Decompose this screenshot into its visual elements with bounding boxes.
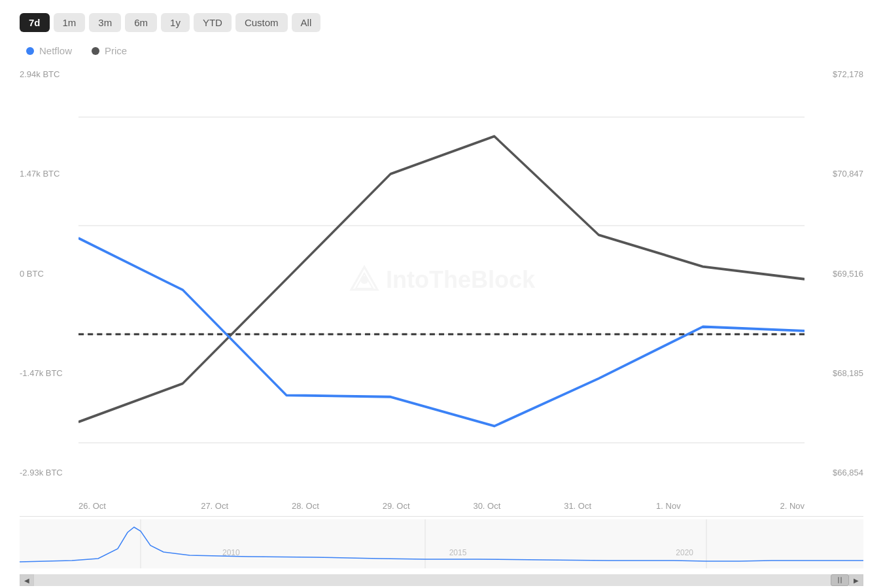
y-left-1: 1.47k BTC xyxy=(20,169,60,179)
netflow-dot xyxy=(26,47,34,55)
legend-price-label: Price xyxy=(105,45,127,56)
y-left-2: 0 BTC xyxy=(20,269,44,279)
scroll-right-button[interactable]: ▶ xyxy=(849,574,863,586)
time-btn-6m[interactable]: 6m xyxy=(125,13,157,32)
x-label-5: 31. Oct xyxy=(532,501,623,511)
scroll-left-button[interactable]: ◀ xyxy=(20,574,34,586)
y-left-4: -2.93k BTC xyxy=(20,468,63,477)
main-chart-area: 2.94k BTC 1.47k BTC 0 BTC -1.47k BTC -2.… xyxy=(20,63,863,497)
legend-price: Price xyxy=(92,45,127,56)
main-chart-wrapper: 2.94k BTC 1.47k BTC 0 BTC -1.47k BTC -2.… xyxy=(20,63,863,581)
y-right-3: $68,185 xyxy=(833,368,863,378)
x-label-7: 2. Nov xyxy=(714,501,805,511)
y-right-2: $69,516 xyxy=(833,269,863,279)
time-btn-all[interactable]: All xyxy=(292,13,321,32)
y-axis-right: $72,178 $70,847 $69,516 $68,185 $66,854 xyxy=(805,63,863,497)
x-axis: 26. Oct 27. Oct 28. Oct 29. Oct 30. Oct … xyxy=(78,497,805,513)
y-left-3: -1.47k BTC xyxy=(20,368,63,378)
legend-netflow: Netflow xyxy=(26,45,72,56)
legend-netflow-label: Netflow xyxy=(39,45,72,56)
y-right-4: $66,854 xyxy=(833,468,863,477)
mini-chart-svg xyxy=(20,519,863,568)
chart-svg xyxy=(78,63,805,497)
y-right-0: $72,178 xyxy=(833,69,863,79)
time-btn-7d[interactable]: 7d xyxy=(20,13,50,32)
mini-chart-inner: 2010 2015 2020 xyxy=(20,519,863,572)
chart-legend: Netflow Price xyxy=(20,45,863,56)
scrollbar[interactable]: ◀ ▶ xyxy=(20,574,863,586)
time-btn-1m[interactable]: 1m xyxy=(54,13,86,32)
thumb-line-2 xyxy=(840,577,842,583)
chart-plot: IntoTheBlock xyxy=(78,63,805,497)
price-dot xyxy=(92,47,99,55)
x-label-1: 27. Oct xyxy=(169,501,260,511)
scroll-thumb-handle xyxy=(838,577,842,583)
time-btn-1y[interactable]: 1y xyxy=(161,13,190,32)
x-label-2: 28. Oct xyxy=(260,501,351,511)
price-line xyxy=(78,136,805,422)
time-range-selector: 7d 1m 3m 6m 1y YTD Custom All xyxy=(20,13,863,32)
scrollbar-track[interactable] xyxy=(34,574,849,586)
mini-chart-wrapper: 2010 2015 2020 ◀ xyxy=(20,516,863,581)
time-btn-3m[interactable]: 3m xyxy=(89,13,121,32)
time-btn-ytd[interactable]: YTD xyxy=(194,13,232,32)
y-axis-left: 2.94k BTC 1.47k BTC 0 BTC -1.47k BTC -2.… xyxy=(20,63,78,497)
time-btn-custom[interactable]: Custom xyxy=(235,13,288,32)
y-left-0: 2.94k BTC xyxy=(20,69,60,79)
x-label-0: 26. Oct xyxy=(78,501,169,511)
thumb-line-1 xyxy=(838,577,839,583)
netflow-line xyxy=(78,238,805,426)
x-label-3: 29. Oct xyxy=(351,501,441,511)
x-label-4: 30. Oct xyxy=(441,501,532,511)
y-right-1: $70,847 xyxy=(833,169,863,179)
x-label-6: 1. Nov xyxy=(623,501,714,511)
scroll-thumb[interactable] xyxy=(831,574,849,586)
